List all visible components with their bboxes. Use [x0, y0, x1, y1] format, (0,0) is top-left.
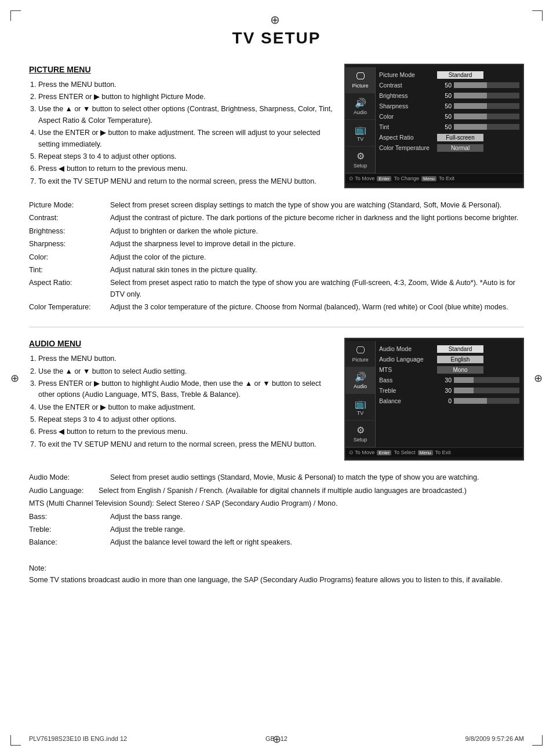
bass-num: 30: [437, 377, 452, 384]
audio-menu-screenshot: 🖵 Picture 🔊 Audio 📺 TV ⚙ Setup: [344, 338, 524, 461]
desc-audio-mode: Audio Mode: Select from preset audio set…: [29, 472, 524, 483]
tv-item-sharpness: Sharpness 50: [379, 101, 519, 111]
audio-icon: 🔊: [355, 97, 366, 108]
desc-term-balance: Balance:: [29, 537, 110, 548]
picture-menu-header: PICTURE MENU: [29, 64, 333, 76]
desc-def-contrast: Adjust the contrast of picture. The dark…: [110, 213, 524, 224]
tv-sidebar-audio: 🖵 Picture 🔊 Audio 📺 TV ⚙ Setup: [345, 341, 376, 447]
note-title: Note:: [29, 563, 524, 574]
desc-treble: Treble: Adjust the treble range.: [29, 524, 524, 535]
sidebar-audio: 🔊 Audio: [345, 93, 375, 120]
sidebar-audio-label: Audio: [354, 109, 367, 115]
treble-bar: [454, 388, 519, 393]
desc-def-picture-mode: Select from preset screen display settin…: [110, 200, 524, 211]
audio-menu-steps: Press the MENU button. Use the ▲ or ▼ bu…: [29, 353, 333, 450]
section-divider: [29, 327, 524, 327]
audio-step-3: Press ENTER or ▶ button to highlight Aud…: [38, 378, 333, 401]
desc-color: Color: Adjust the color of the picture.: [29, 252, 524, 263]
sidebar-tv: 📺 TV: [345, 120, 375, 147]
tv-item-treble: Treble 30: [379, 385, 519, 396]
desc-def-bass: Adjust the bass range.: [110, 512, 524, 523]
desc-def-color: Adjust the color of the picture.: [110, 252, 524, 263]
a-footer-exit: To Exit: [435, 450, 451, 455]
tv-item-tint: Tint 50: [379, 122, 519, 132]
sidebar-tv-label: TV: [357, 136, 364, 142]
mts-label: MTS: [379, 366, 437, 373]
sidebar-a-setup: ⚙ Setup: [345, 421, 375, 447]
brightness-bar-fill: [454, 93, 487, 98]
balance-bar: [454, 398, 519, 404]
footer-center: GB - 12: [265, 735, 288, 742]
tv-item-brightness: Brightness 50: [379, 90, 519, 101]
sidebar-a-tv: 📺 TV: [345, 394, 375, 421]
audio-menu-content: Audio Mode Standard Audio Language Engli…: [376, 341, 523, 447]
picture-mode-value: Standard: [437, 71, 483, 79]
page: TV SETUP PICTURE MENU Press the MENU but…: [0, 0, 553, 756]
audio-step-5: Repeat steps 3 to 4 to adjust other opti…: [38, 414, 333, 425]
contrast-bar: [454, 82, 519, 88]
corner-mark-br: [532, 735, 543, 746]
tint-bar: [454, 124, 519, 130]
treble-num: 30: [437, 387, 452, 394]
desc-term-sharpness: Sharpness:: [29, 239, 110, 250]
desc-term-bass: Bass:: [29, 512, 110, 523]
audio-step-1: Press the MENU button.: [38, 353, 333, 364]
desc-term-tint: Tint:: [29, 265, 110, 276]
audio-menu-text: AUDIO MENU Press the MENU button. Use th…: [29, 338, 333, 461]
bass-bar: [454, 377, 519, 383]
aspect-ratio-value: Full-screen: [437, 134, 483, 141]
sidebar-setup-label: Setup: [354, 163, 368, 169]
brightness-num: 50: [437, 92, 452, 99]
desc-color-temp: Color Temperature: Adjust the 3 color te…: [29, 302, 524, 313]
desc-term-color-temp: Color Temperature:: [29, 302, 110, 313]
picture-menu-content: Picture Mode Standard Contrast 50 Bright…: [376, 67, 523, 173]
desc-brightness: Brightness: Adjust to brighten or darken…: [29, 226, 524, 237]
desc-def-treble: Adjust the treble range.: [110, 524, 524, 535]
audio-language-label: Audio Language: [379, 356, 437, 363]
brightness-label: Brightness: [379, 92, 437, 99]
treble-bar-fill: [454, 388, 474, 393]
color-temp-value: Normal: [437, 144, 483, 152]
note-text: Some TV stations broadcast audio in more…: [29, 574, 524, 586]
tv-item-picture-mode: Picture Mode Standard: [379, 70, 519, 80]
setup-icon: ⚙: [356, 151, 365, 162]
audio-step-6: Press ◀ button to return to the previous…: [38, 426, 333, 437]
desc-aspect-ratio: Aspect Ratio: Select from preset aspect …: [29, 277, 524, 300]
picture-step-1: Press the MENU button.: [38, 79, 333, 90]
contrast-num: 50: [437, 82, 452, 89]
audio-step-4: Use the ENTER or ▶ button to make adjust…: [38, 402, 333, 413]
tv-item-balance: Balance 0: [379, 396, 519, 406]
corner-mark-tl: [10, 10, 21, 21]
sidebar-a-picture-label: Picture: [352, 357, 368, 363]
picture-menu-screenshot: 🖵 Picture 🔊 Audio 📺 TV ⚙ Setup: [344, 64, 524, 188]
desc-def-aspect-ratio: Select from preset aspect ratio to match…: [110, 277, 524, 300]
tv-sidebar-picture: 🖵 Picture 🔊 Audio 📺 TV ⚙ Setup: [345, 67, 376, 173]
tint-bar-fill: [454, 124, 487, 130]
a-footer-select: To Select: [394, 450, 415, 455]
color-temp-label: Color Temperature: [379, 144, 437, 151]
corner-mark-bl: [10, 735, 21, 746]
tv-item-audio-mode: Audio Mode Standard: [379, 344, 519, 354]
audio-step-7: To exit the TV SETUP MENU and return to …: [38, 439, 333, 450]
desc-term-contrast: Contrast:: [29, 213, 110, 224]
desc-term-brightness: Brightness:: [29, 226, 110, 237]
desc-picture-mode: Picture Mode: Select from preset screen …: [29, 200, 524, 211]
bass-bar-fill: [454, 377, 474, 383]
sharpness-label: Sharpness: [379, 103, 437, 109]
mts-value: Mono: [437, 366, 483, 374]
audio-language-value: English: [437, 356, 483, 363]
sidebar-picture-label: Picture: [352, 83, 368, 89]
note-section: Note: Some TV stations broadcast audio i…: [29, 563, 524, 586]
tv-item-mts: MTS Mono: [379, 364, 519, 375]
tv-item-color: Color 50: [379, 111, 519, 122]
desc-term-color: Color:: [29, 252, 110, 263]
tv-item-aspect-ratio: Aspect Ratio Full-screen: [379, 132, 519, 143]
picture-menu-steps: Press the MENU button. Press ENTER or ▶ …: [29, 79, 333, 187]
footer-left: PLV76198S23E10 IB ENG.indd 12: [29, 735, 127, 742]
desc-term-audio-language: Audio Language:: [29, 485, 99, 496]
desc-bass: Bass: Adjust the bass range.: [29, 512, 524, 523]
treble-label: Treble: [379, 387, 437, 394]
color-num: 50: [437, 113, 452, 120]
picture-step-4: Use the ENTER or ▶ button to make adjust…: [38, 127, 333, 150]
desc-def-sharpness: Adjust the sharpness level to improve de…: [110, 239, 524, 250]
